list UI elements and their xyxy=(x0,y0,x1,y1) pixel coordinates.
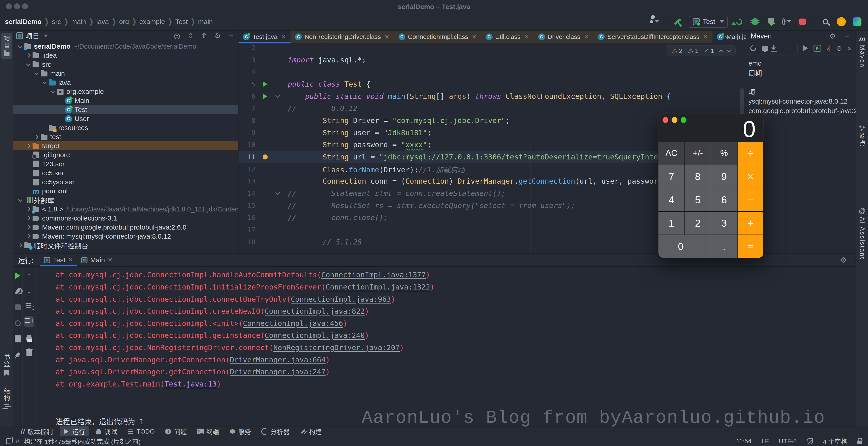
tree-chevron-icon[interactable] xyxy=(24,54,32,57)
coverage-button[interactable] xyxy=(766,17,775,26)
tool-stripe-maven[interactable]: m Maven xyxy=(857,35,868,68)
tree-chevron-icon[interactable] xyxy=(24,226,32,229)
gear-icon[interactable]: ⚙ xyxy=(840,256,847,265)
tool-window-button[interactable]: 分析器 xyxy=(258,426,293,437)
stack-trace-line[interactable]: at java.sql.DriverManager.getConnection(… xyxy=(36,354,856,366)
tree-row[interactable]: pom.xml xyxy=(13,186,238,196)
calculator-key[interactable]: 6 xyxy=(711,188,737,211)
calc-zoom-icon[interactable] xyxy=(681,117,686,123)
reimport-icon[interactable] xyxy=(750,44,756,52)
run-console[interactable]: at com.mysql.cj.jdbc.ConnectionImpl.setA… xyxy=(36,267,856,426)
calculator-key[interactable]: 9 xyxy=(711,165,737,188)
code-line[interactable]: 4 xyxy=(239,66,746,78)
tree-chevron-icon[interactable] xyxy=(16,199,24,201)
tool-window-button[interactable]: TODO xyxy=(124,427,158,436)
tool-window-button[interactable]: 服务 xyxy=(225,426,254,437)
close-tab-icon[interactable]: ✕ xyxy=(472,33,477,40)
profiler-button[interactable] xyxy=(782,17,791,26)
calculator-key[interactable]: +/- xyxy=(685,142,711,165)
tree-row[interactable]: target xyxy=(13,141,238,150)
close-tab-icon[interactable]: ✕ xyxy=(107,257,113,264)
tree-row[interactable]: cc5yso.ser xyxy=(13,178,238,186)
debug-button[interactable] xyxy=(750,17,760,26)
tree-chevron-icon[interactable] xyxy=(24,144,32,147)
close-tab-icon[interactable]: ✕ xyxy=(584,33,589,40)
project-view-selector[interactable]: 项目 xyxy=(16,31,48,41)
restore-layout-icon[interactable] xyxy=(14,335,22,343)
calculator-key[interactable]: 3 xyxy=(711,212,737,235)
download-sources-icon[interactable] xyxy=(771,44,777,52)
add-maven-project-icon[interactable]: + xyxy=(788,44,792,52)
editor-tab[interactable]: C Test.java ✕ xyxy=(239,31,290,43)
editor-tab[interactable]: C Util.class ✕ xyxy=(481,31,534,43)
tool-window-button[interactable]: 终端 xyxy=(193,426,222,437)
tool-window-button[interactable]: 运行 xyxy=(60,426,89,437)
tool-stripe-endpoints[interactable]: 端点 xyxy=(857,125,868,147)
breadcrumb-item[interactable]: java xyxy=(96,18,109,26)
tree-chevron-icon[interactable] xyxy=(24,235,32,238)
high>light-level-icon[interactable] xyxy=(807,438,813,444)
more-actions-icon[interactable]: » xyxy=(847,44,851,52)
tree-row[interactable]: cc5.ser xyxy=(13,169,238,178)
hide-panel-icon[interactable]: − xyxy=(227,32,235,40)
tree-chevron-icon[interactable] xyxy=(16,244,24,247)
maven-tree-item[interactable]: ysql:mysql-connector-java:8.0.12 xyxy=(746,96,856,106)
calculator-key[interactable]: 8 xyxy=(685,165,711,188)
gutter-icon[interactable] xyxy=(255,82,275,87)
calculator-key[interactable]: = xyxy=(738,235,764,258)
soft-wrap-icon[interactable] xyxy=(25,301,33,309)
stack-trace-line[interactable]: at com.mysql.cj.jdbc.ConnectionImpl.setA… xyxy=(36,267,856,269)
run-button[interactable] xyxy=(735,17,744,26)
run-configuration-chip[interactable]: Test xyxy=(689,16,728,28)
stack-trace-line[interactable]: at com.mysql.cj.jdbc.ConnectionImpl.getI… xyxy=(36,329,856,342)
inspections-widget[interactable]: ⚠2 ⚠1 ✓1 xyxy=(667,45,736,56)
calculator-key[interactable]: % xyxy=(711,142,737,165)
pin-tab-icon[interactable] xyxy=(14,351,22,359)
editor-options-kebab-icon[interactable]: ⋮ xyxy=(734,33,741,41)
tree-row[interactable]: serialDemo ~/Documents/Code/JavaCode/ser… xyxy=(13,42,238,51)
calculator-key[interactable]: 7 xyxy=(658,165,684,188)
calculator-key[interactable]: ÷ xyxy=(738,142,764,165)
stack-trace-line[interactable]: at com.mysql.cj.jdbc.ConnectionImpl.hand… xyxy=(36,269,856,281)
search-everywhere-icon[interactable] xyxy=(821,17,830,26)
calculator-key[interactable]: 2 xyxy=(685,212,711,235)
code-line[interactable]: 7 // 8.0.12 xyxy=(239,102,746,114)
close-tab-icon[interactable]: ✕ xyxy=(384,33,390,40)
tree-row[interactable]: Test xyxy=(13,105,238,114)
line-separator[interactable]: LF xyxy=(762,438,769,445)
hide-panel-icon[interactable]: − xyxy=(855,256,859,265)
tree-row[interactable]: resources xyxy=(13,123,238,132)
tree-row[interactable]: Maven: mysql:mysql-connector-java:8.0.12 xyxy=(13,232,238,241)
tool-stripe-project[interactable]: 项目 xyxy=(1,33,12,59)
unlock-icon[interactable] xyxy=(857,441,862,444)
tree-row[interactable]: java xyxy=(13,78,238,87)
calculator-key[interactable]: 0 xyxy=(658,235,711,258)
print-icon[interactable] xyxy=(25,334,33,342)
toggle-profiles-icon[interactable]: ⊘ xyxy=(836,44,842,52)
tool-window-button[interactable]: 构建 xyxy=(296,426,325,437)
breadcrumb-item[interactable]: example xyxy=(139,18,165,26)
caret-position[interactable]: 11:54 xyxy=(736,438,752,445)
tree-row[interactable]: 外部库 xyxy=(13,196,238,205)
tool-window-button[interactable]: 问题 xyxy=(161,426,190,437)
close-tab-icon[interactable]: ✕ xyxy=(68,257,73,264)
calculator-key[interactable]: 1 xyxy=(658,212,684,235)
stack-trace-line[interactable]: at com.mysql.cj.jdbc.ConnectionImpl.conn… xyxy=(36,293,856,305)
gutter-icon[interactable] xyxy=(255,94,275,99)
build-hammer-icon[interactable] xyxy=(673,17,682,26)
indent-setting[interactable]: 4 个空格 xyxy=(823,437,847,446)
tree-chevron-icon[interactable] xyxy=(24,208,32,211)
calculator-key[interactable]: . xyxy=(711,235,737,258)
calc-minimize-icon[interactable] xyxy=(672,117,677,123)
tree-row[interactable]: .idea xyxy=(13,51,238,60)
skip-tests-icon[interactable]: ∦ xyxy=(827,44,831,52)
calculator-key[interactable]: AC xyxy=(658,142,684,165)
tree-row[interactable]: test xyxy=(13,132,238,141)
breadcrumb-item[interactable]: Test xyxy=(175,18,188,26)
tree-row[interactable]: 123.ser xyxy=(13,159,238,169)
editor-tab[interactable]: C ServerStatusDiffInterceptor.class ✕ xyxy=(593,31,712,43)
ide-logo-icon[interactable] xyxy=(852,17,862,26)
calculator-key[interactable]: × xyxy=(738,165,764,188)
tree-chevron-icon[interactable] xyxy=(33,72,40,75)
maven-tree-item[interactable]: emo xyxy=(746,59,856,68)
